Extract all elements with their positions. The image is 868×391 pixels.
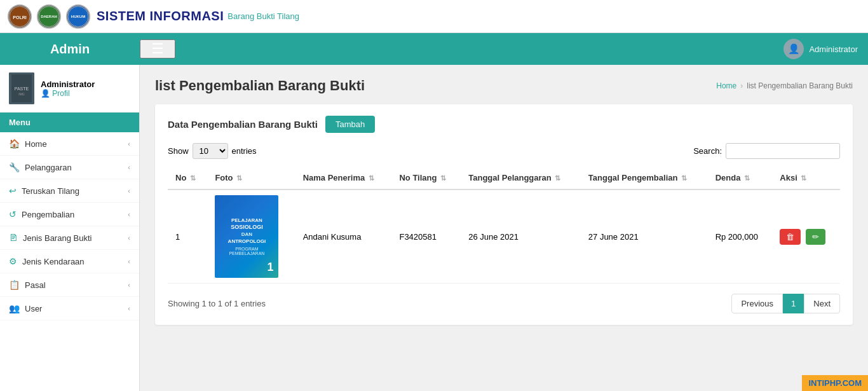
col-aksi: Aksi ⇅ [772, 167, 840, 189]
svg-text:POLRI: POLRI [13, 15, 26, 20]
previous-button[interactable]: Previous [731, 294, 783, 313]
page-1-button[interactable]: 1 [783, 294, 804, 313]
logo-1: POLRI [8, 4, 32, 29]
book-image: Pelajaran SOSIOLOGI dan ANTROPOLOGI PROG… [215, 195, 278, 278]
nav-jenis-barang-label: Jenis Barang Bukti [23, 233, 92, 243]
col-foto: Foto ⇅ [207, 167, 295, 189]
sort-notilang-icon: ⇅ [440, 174, 446, 182]
admin-title-area: Admin [0, 33, 140, 65]
sidebar-item-jenis-kendaraan[interactable]: ⚙ Jenis Kendaraan ‹ [0, 250, 139, 273]
main-card: Data Pengembalian Barang Bukti Tambah Sh… [155, 104, 853, 325]
book-sub: PROGRAM PEMBELAJARAN [219, 247, 275, 256]
sort-tanggal-p-icon: ⇅ [555, 174, 560, 182]
breadcrumb-home[interactable]: Home [716, 81, 736, 90]
search-input[interactable] [726, 143, 840, 159]
pagination-info: Showing 1 to 1 of 1 entries [168, 299, 266, 308]
book-number: 1 [267, 261, 273, 274]
right-user-area: 👤 Administrator [783, 39, 868, 59]
chevron-pelanggaran: ‹ [128, 163, 130, 171]
entries-select[interactable]: 10 25 50 100 [193, 143, 228, 159]
svg-text:IMG: IMG [18, 92, 25, 96]
main-content: list Pengembalian Barang Bukti Home › li… [140, 65, 868, 391]
cell-denda: Rp 200,000 [708, 189, 773, 284]
pasal-icon: 📋 [9, 280, 20, 290]
chevron-home: ‹ [128, 140, 130, 147]
card-header: Data Pengembalian Barang Bukti Tambah [168, 116, 840, 133]
table-controls: Show 10 25 50 100 entries Search: [168, 143, 840, 159]
nav-pasal-label: Pasal [25, 280, 46, 290]
col-tanggal-pengembalian: Tanggal Pengembalian ⇅ [581, 167, 708, 189]
tambah-button[interactable]: Tambah [325, 116, 375, 133]
sidebar-item-pengembalian[interactable]: ↺ Pengembalian ‹ [0, 203, 139, 226]
admin-profile: PASTE IMG Administrator 👤 Profil [0, 65, 139, 113]
sort-tanggal-k-icon: ⇅ [681, 174, 687, 182]
pelanggaran-icon: 🔧 [9, 162, 20, 172]
cell-aksi: 🗑 ✏ [772, 189, 840, 284]
chevron-pengembalian: ‹ [128, 210, 130, 218]
site-subtitle: Barang Bukti Tilang [227, 11, 299, 21]
username-label: Administrator [809, 45, 858, 54]
nav-jenis-kendaraan-label: Jenis Kendaraan [22, 257, 85, 266]
sort-aksi-icon: ⇅ [801, 174, 806, 182]
chevron-user: ‹ [128, 305, 130, 312]
col-tanggal-pelanggaran: Tanggal Pelanggaran ⇅ [461, 167, 581, 189]
col-no: No ⇅ [168, 167, 207, 189]
watermark: INTIPHP.COM [802, 375, 868, 391]
chevron-pasal: ‹ [128, 281, 130, 289]
cell-no: 1 [168, 189, 207, 284]
site-title: SISTEM INFORMASI [97, 9, 224, 24]
sort-denda-icon: ⇅ [744, 174, 750, 182]
user-icon: 👤 [41, 89, 50, 98]
breadcrumb: Home › list Pengembalian Barang Bukti [716, 81, 853, 90]
sort-foto-icon: ⇅ [236, 174, 242, 182]
body-area: PASTE IMG Administrator 👤 Profil Menu � [0, 65, 868, 391]
sort-nama-icon: ⇅ [369, 174, 374, 182]
jenis-barang-icon: 🖹 [9, 233, 18, 243]
edit-button[interactable]: ✏ [806, 229, 825, 245]
card-title: Data Pengembalian Barang Bukti [168, 119, 318, 130]
chevron-jenis-kendaraan: ‹ [128, 257, 130, 265]
delete-button[interactable]: 🗑 [780, 229, 801, 245]
profile-name: Administrator [41, 79, 95, 89]
profile-text: Administrator 👤 Profil [41, 79, 95, 98]
cell-tanggal-pengembalian: 27 June 2021 [581, 189, 708, 284]
nav-pelanggaran-label: Pelanggaran [25, 163, 72, 172]
entries-label: entries [232, 146, 257, 156]
admin-title: Admin [50, 42, 90, 57]
search-label: Search: [693, 146, 722, 156]
sidebar-item-jenis-barang[interactable]: 🖹 Jenis Barang Bukti ‹ [0, 226, 139, 250]
next-button[interactable]: Next [804, 294, 840, 313]
breadcrumb-separator: › [740, 81, 743, 90]
sidebar-item-teruskan[interactable]: ↩ Teruskan Tilang ‹ [0, 179, 139, 203]
menu-label: Menu [0, 113, 139, 132]
admin-row: Admin ☰ 👤 Administrator [0, 33, 868, 65]
profile-role: 👤 Profil [41, 89, 95, 98]
search-box: Search: [693, 143, 840, 159]
sidebar-item-pelanggaran[interactable]: 🔧 Pelanggaran ‹ [0, 156, 139, 179]
cell-nama-penerima: Andani Kusuma [295, 189, 392, 284]
show-entries: Show 10 25 50 100 entries [168, 143, 257, 159]
chevron-teruskan: ‹ [128, 187, 130, 195]
sidebar-item-user[interactable]: 👥 User ‹ [0, 297, 139, 320]
show-label: Show [168, 146, 189, 156]
logo-2: DAERAH [37, 4, 61, 29]
svg-text:HUKUM: HUKUM [71, 15, 85, 18]
user-nav-icon: 👥 [9, 303, 20, 313]
logos: POLRI DAERAH HUKUM [8, 4, 90, 29]
sidebar-item-home[interactable]: 🏠 Home ‹ [0, 132, 139, 156]
nav-user-label: User [25, 304, 42, 313]
user-avatar-icon: 👤 [783, 39, 804, 59]
cell-no-tilang: F3420581 [391, 189, 461, 284]
col-nama-penerima: Nama Penerima ⇅ [295, 167, 392, 189]
pagination-buttons: Previous 1 Next [731, 294, 840, 313]
col-no-tilang: No Tilang ⇅ [391, 167, 461, 189]
hamburger-button[interactable]: ☰ [140, 39, 175, 58]
top-header: POLRI DAERAH HUKUM SISTEM INFORMASI Bara… [0, 0, 868, 33]
sidebar-item-pasal[interactable]: 📋 Pasal ‹ [0, 273, 139, 297]
sidebar: PASTE IMG Administrator 👤 Profil Menu � [0, 65, 140, 391]
svg-text:DAERAH: DAERAH [41, 15, 57, 18]
logo-3: HUKUM [66, 4, 90, 29]
profile-image: PASTE IMG [9, 72, 34, 104]
page-header: list Pengembalian Barang Bukti Home › li… [155, 78, 853, 94]
jenis-kendaraan-icon: ⚙ [9, 256, 17, 266]
